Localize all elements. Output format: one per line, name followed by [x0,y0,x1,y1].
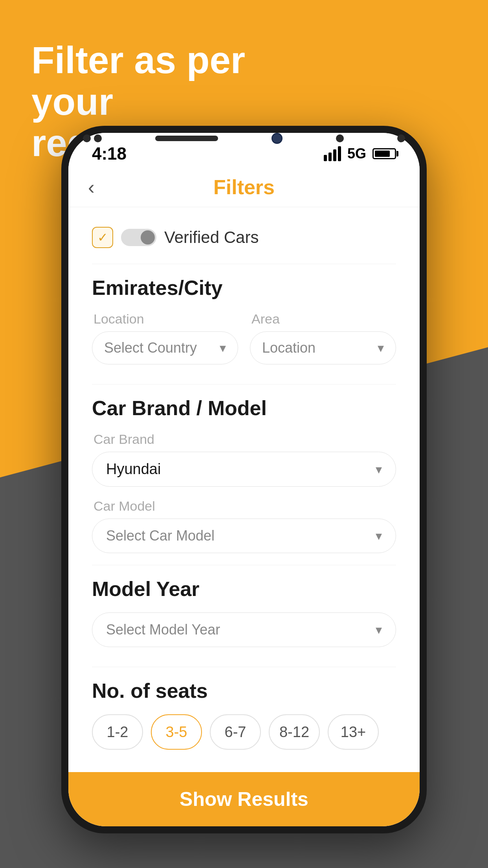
area-dropdown[interactable]: Location ▾ [250,331,396,364]
seats-section: No. of seats 1-23-56-78-1213+ [92,679,396,750]
divider-2 [92,384,396,384]
location-chevron-icon: ▾ [220,340,226,355]
phone-notch [71,133,417,144]
model-year-title: Model Year [92,577,396,601]
seat-option-13+[interactable]: 13+ [328,714,379,750]
camera-dot [83,134,91,142]
bar1 [324,155,327,161]
check-icon: ✓ [97,230,108,245]
car-brand-dropdown[interactable]: Hyundai ▾ [92,452,396,487]
header-title: Filters [92,175,396,199]
model-year-dropdown[interactable]: Select Model Year ▾ [92,612,396,647]
car-model-chevron-icon: ▾ [376,528,382,543]
seats-title: No. of seats [92,679,396,702]
model-year-section: Model Year Select Model Year ▾ [92,577,396,647]
location-label: Location [94,311,238,327]
divider-4 [92,667,396,667]
status-time: 4:18 [92,144,127,164]
show-results-button[interactable]: Show Results [92,788,396,811]
model-year-value: Select Model Year [106,622,220,638]
sensor-dot-2 [397,134,405,142]
camera-left [83,134,102,142]
phone-shell: 4:18 5G ‹ Filters [61,126,427,833]
show-results-bar: Show Results [68,772,420,826]
model-year-chevron-icon: ▾ [376,622,382,637]
verified-row[interactable]: ✓ Verified Cars [92,219,396,260]
bar2 [328,153,332,161]
sensor-dot [336,134,344,142]
car-model-field-group: Car Model Select Car Model ▾ [92,498,396,553]
seat-option-8-12[interactable]: 8-12 [269,714,320,750]
verified-toggle[interactable] [121,229,156,246]
car-brand-chevron-icon: ▾ [376,462,382,477]
model-year-field-group: Select Model Year ▾ [92,612,396,647]
seat-option-3-5[interactable]: 3-5 [151,714,202,750]
emirates-section-title: Emirates/City [92,276,396,300]
battery-icon [372,148,396,159]
verified-label: Verified Cars [164,228,259,247]
speaker-bar [155,136,218,141]
toggle-knob [141,230,155,245]
battery-fill [375,151,390,157]
back-button[interactable]: ‹ [88,176,95,199]
location-row: Location Select Country ▾ Area Location … [92,311,396,364]
car-brand-label: Car Brand [94,432,396,447]
location-field-group: Location Select Country ▾ [92,311,238,364]
bar4 [338,146,341,161]
status-icons: 5G [324,145,396,162]
camera-dot-2 [94,134,102,142]
divider-3 [92,565,396,565]
car-brand-section-title: Car Brand / Model [92,396,396,420]
area-label: Area [251,311,396,327]
car-model-dropdown[interactable]: Select Car Model ▾ [92,519,396,553]
area-chevron-icon: ▾ [378,340,384,355]
verified-checkbox[interactable]: ✓ [92,227,113,248]
car-brand-field-group: Car Brand Hyundai ▾ [92,432,396,487]
car-model-value: Select Car Model [106,528,215,544]
car-brand-value: Hyundai [106,461,161,478]
app-header: ‹ Filters [68,167,420,207]
app-content: ✓ Verified Cars Emirates/City Location S… [68,207,420,772]
location-value: Select Country [104,340,197,356]
5g-label: 5G [347,145,366,162]
car-model-label: Car Model [94,498,396,514]
phone-screen: 4:18 5G ‹ Filters [68,133,420,826]
area-field-group: Area Location ▾ [250,311,396,364]
bar3 [333,149,336,161]
seats-options: 1-23-56-78-1213+ [92,714,396,750]
divider-1 [92,264,396,264]
location-dropdown[interactable]: Select Country ▾ [92,331,238,364]
seat-option-1-2[interactable]: 1-2 [92,714,143,750]
area-value: Location [262,340,316,356]
seat-option-6-7[interactable]: 6-7 [210,714,261,750]
signal-bars [324,146,341,161]
front-camera [272,133,283,144]
